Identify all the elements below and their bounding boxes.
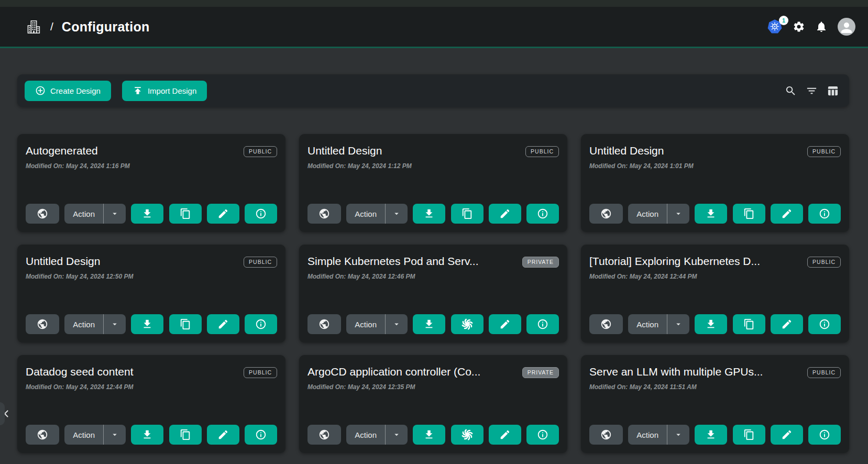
action-button[interactable]: Action xyxy=(628,314,667,334)
download-icon xyxy=(705,208,717,219)
visibility-globe-button[interactable] xyxy=(26,314,59,334)
download-button[interactable] xyxy=(413,425,445,445)
action-button[interactable]: Action xyxy=(64,425,103,445)
visibility-globe-button[interactable] xyxy=(589,204,623,224)
create-design-button[interactable]: Create Design xyxy=(25,81,111,101)
clone-button[interactable] xyxy=(169,314,202,334)
action-dropdown-toggle[interactable] xyxy=(385,425,408,445)
design-card[interactable]: Serve an LLM with multiple GPUs... PUBLI… xyxy=(581,355,849,453)
visibility-globe-button[interactable] xyxy=(26,425,59,445)
action-button[interactable]: Action xyxy=(346,204,385,224)
edit-button[interactable] xyxy=(771,425,803,445)
info-button[interactable] xyxy=(808,425,841,445)
clone-button[interactable] xyxy=(451,204,484,224)
design-card[interactable]: ArgoCD application controller (Co... PRI… xyxy=(299,355,567,453)
info-button[interactable] xyxy=(808,204,841,224)
action-dropdown-toggle[interactable] xyxy=(385,204,408,224)
open-in-kanvas-button[interactable] xyxy=(451,425,484,445)
visibility-globe-button[interactable] xyxy=(307,204,341,224)
action-dropdown-toggle[interactable] xyxy=(667,204,689,224)
card-actions: Action xyxy=(589,204,841,224)
design-title: Datadog seed content xyxy=(26,366,230,378)
filter-icon[interactable] xyxy=(806,85,818,97)
design-card[interactable]: Untitled Design PUBLIC Modified On: May … xyxy=(581,134,849,232)
action-button[interactable]: Action xyxy=(628,204,667,224)
organization-building-icon[interactable] xyxy=(26,19,42,35)
action-dropdown-toggle[interactable] xyxy=(385,314,408,334)
download-icon xyxy=(141,429,153,440)
info-button[interactable] xyxy=(245,204,277,224)
design-card[interactable]: Untitled Design PUBLIC Modified On: May … xyxy=(17,245,285,343)
design-card[interactable]: Simple Kubernetes Pod and Serv... PRIVAT… xyxy=(299,245,567,343)
download-button[interactable] xyxy=(695,425,727,445)
visibility-globe-button[interactable] xyxy=(589,425,623,445)
action-dropdown-toggle[interactable] xyxy=(103,314,126,334)
visibility-globe-button[interactable] xyxy=(26,204,59,224)
visibility-globe-button[interactable] xyxy=(307,314,341,334)
designs-grid: Autogenerated PUBLIC Modified On: May 24… xyxy=(17,134,849,453)
clone-button[interactable] xyxy=(733,204,765,224)
modified-on: Modified On: May 24, 2024 12:35 PM xyxy=(307,383,559,391)
visibility-badge: PUBLIC xyxy=(807,146,841,157)
notifications-bell-icon[interactable] xyxy=(815,20,828,33)
edit-button[interactable] xyxy=(207,425,239,445)
settings-gear-icon[interactable] xyxy=(793,20,805,33)
design-card[interactable]: Datadog seed content PUBLIC Modified On:… xyxy=(17,355,285,453)
visibility-globe-button[interactable] xyxy=(589,314,623,334)
action-button[interactable]: Action xyxy=(346,425,385,445)
edit-button[interactable] xyxy=(207,204,239,224)
modified-on: Modified On: May 24, 2024 1:16 PM xyxy=(26,162,277,170)
design-title: [Tutorial] Exploring Kubernetes D... xyxy=(589,255,794,268)
action-dropdown-toggle[interactable] xyxy=(667,314,689,334)
action-dropdown-toggle[interactable] xyxy=(103,425,126,445)
action-button[interactable]: Action xyxy=(628,425,667,445)
edit-pencil-icon xyxy=(781,318,793,330)
edit-button[interactable] xyxy=(771,314,803,334)
action-button[interactable]: Action xyxy=(64,314,103,334)
action-button[interactable]: Action xyxy=(346,314,385,334)
chevron-down-icon xyxy=(392,209,401,218)
open-in-kanvas-button[interactable] xyxy=(451,314,484,334)
user-avatar[interactable] xyxy=(838,18,855,36)
edit-pencil-icon xyxy=(499,429,511,440)
visibility-globe-button[interactable] xyxy=(307,425,341,445)
table-view-icon[interactable] xyxy=(827,85,839,97)
collapse-sidebar-handle[interactable] xyxy=(0,401,13,426)
clone-button[interactable] xyxy=(169,204,202,224)
info-button[interactable] xyxy=(526,204,559,224)
download-button[interactable] xyxy=(413,314,445,334)
edit-button[interactable] xyxy=(771,204,803,224)
edit-button[interactable] xyxy=(489,425,521,445)
design-card[interactable]: Untitled Design PUBLIC Modified On: May … xyxy=(299,134,567,232)
info-button[interactable] xyxy=(526,314,559,334)
download-button[interactable] xyxy=(413,204,445,224)
action-split-button: Action xyxy=(628,425,689,445)
design-card[interactable]: Autogenerated PUBLIC Modified On: May 24… xyxy=(17,134,285,232)
info-button[interactable] xyxy=(526,425,559,445)
edit-button[interactable] xyxy=(489,204,521,224)
globe-icon xyxy=(600,318,612,330)
action-button[interactable]: Action xyxy=(64,204,103,224)
download-button[interactable] xyxy=(131,425,163,445)
edit-button[interactable] xyxy=(489,314,521,334)
card-actions: Action xyxy=(307,314,559,334)
clone-button[interactable] xyxy=(733,425,765,445)
clone-button[interactable] xyxy=(169,425,202,445)
download-button[interactable] xyxy=(131,314,163,334)
modified-on: Modified On: May 24, 2024 1:01 PM xyxy=(589,162,841,170)
action-dropdown-toggle[interactable] xyxy=(103,204,126,224)
search-icon[interactable] xyxy=(785,85,797,97)
design-card[interactable]: [Tutorial] Exploring Kubernetes D... PUB… xyxy=(581,245,849,343)
info-button[interactable] xyxy=(808,314,841,334)
import-design-button[interactable]: Import Design xyxy=(122,81,207,101)
edit-button[interactable] xyxy=(207,314,239,334)
action-dropdown-toggle[interactable] xyxy=(667,425,689,445)
chevron-down-icon xyxy=(110,430,119,439)
download-button[interactable] xyxy=(131,204,163,224)
clone-button[interactable] xyxy=(733,314,765,334)
info-button[interactable] xyxy=(245,314,277,334)
info-button[interactable] xyxy=(245,425,277,445)
kubernetes-context-button[interactable]: 1 xyxy=(767,19,783,35)
download-button[interactable] xyxy=(695,314,727,334)
download-button[interactable] xyxy=(695,204,727,224)
